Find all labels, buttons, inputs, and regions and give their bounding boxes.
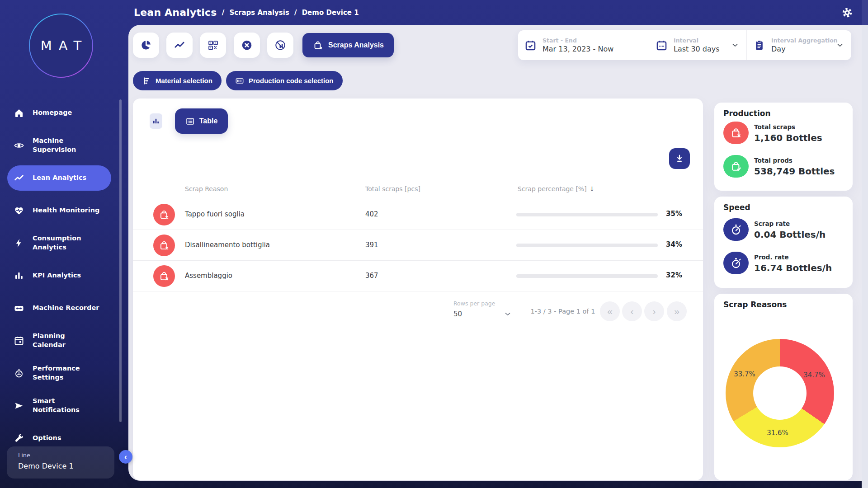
sidebar-item-planning-calendar[interactable]: Planning Calendar xyxy=(0,324,128,357)
next-page-button[interactable]: › xyxy=(644,301,664,321)
percentage-cell: 34% xyxy=(666,240,682,249)
sidebar-item-consumption-analytics[interactable]: Consumption Analytics xyxy=(0,227,128,259)
production-code-selection-button[interactable]: Production code selection xyxy=(226,71,343,90)
settings-gear-icon[interactable] xyxy=(841,6,854,19)
table-view-button[interactable]: Table xyxy=(175,108,228,134)
interval-aggregation-filter[interactable]: Interval Aggregation Day xyxy=(746,30,851,60)
scrap-bag-icon xyxy=(312,40,323,51)
mat-logo: MAT xyxy=(29,14,93,78)
stopwatch-icon xyxy=(723,218,749,241)
sidebar-scrollbar[interactable] xyxy=(119,99,122,422)
total-scraps-cell: 391 xyxy=(365,241,378,249)
sidebar-item-machine-recorder[interactable]: Machine Recorder xyxy=(0,292,128,324)
sidebar-item-label: Homepage xyxy=(33,108,72,117)
start-end-filter[interactable]: Start - End Mar 13, 2023 - Now xyxy=(518,30,649,60)
chevron-down-icon[interactable] xyxy=(836,41,844,49)
sidebar-item-label: Lean Analytics xyxy=(33,174,86,183)
calendar-icon xyxy=(656,39,668,52)
scrap-bag-icon xyxy=(723,122,749,144)
total-prods-label: Total prods xyxy=(754,157,793,164)
previous-page-button[interactable]: ‹ xyxy=(622,301,642,321)
wrench-icon xyxy=(14,433,24,444)
rows-per-page-select[interactable]: 50 xyxy=(453,310,462,318)
percentage-bar xyxy=(516,274,658,278)
chevron-down-icon[interactable] xyxy=(504,310,512,318)
start-end-label: Start - End xyxy=(542,37,613,44)
sidebar-item-kpi-analytics[interactable]: KPI Analytics xyxy=(0,259,128,292)
donut-hole xyxy=(753,366,807,420)
sidebar-item-smart-notifications[interactable]: Smart Notifications xyxy=(0,389,128,422)
scrap-bag-icon xyxy=(153,204,175,225)
download-button[interactable] xyxy=(669,148,690,169)
device-selector-value: Demo Device 1 xyxy=(18,462,114,470)
scrap-rate-value: 0.04 Bottles/h xyxy=(754,229,826,240)
sidebar-item-lean-analytics[interactable]: Lean Analytics xyxy=(7,165,111,191)
page-scrollbar[interactable] xyxy=(862,0,868,488)
donut-label-yellow: 31.6% xyxy=(767,429,788,437)
start-end-value: Mar 13, 2023 - Now xyxy=(542,45,613,53)
x-circle-icon xyxy=(241,39,253,51)
table-header-row: Scrap Reason Total scraps [pcs] Scrap pe… xyxy=(133,185,703,195)
column-header-total-scraps[interactable]: Total scraps [pcs] xyxy=(365,185,420,192)
last-page-button[interactable]: » xyxy=(667,301,687,321)
chevron-down-icon[interactable] xyxy=(731,41,739,49)
production-code-selection-label: Production code selection xyxy=(249,77,334,84)
total-scraps-value: 1,160 Bottles xyxy=(754,132,822,143)
scraps-analysis-label: Scraps Analysis xyxy=(328,41,384,49)
bar-chart-icon xyxy=(14,270,24,281)
view-no-data-button[interactable] xyxy=(267,33,293,58)
sidebar-collapse-button[interactable]: ‹ xyxy=(119,450,132,464)
view-trend-button[interactable] xyxy=(166,33,193,58)
total-scraps-cell: 402 xyxy=(365,210,378,218)
device-selector[interactable]: Line Demo Device 1 xyxy=(7,446,114,479)
sidebar: MAT Homepage Machine Supervision Lean An… xyxy=(0,0,128,488)
column-header-scrap-reason[interactable]: Scrap Reason xyxy=(185,185,228,192)
sidebar-item-label: Planning Calendar xyxy=(33,332,66,349)
download-icon xyxy=(674,153,685,164)
scrap-reasons-title: Scrap Reasons xyxy=(723,300,787,309)
sort-desc-icon: ↓ xyxy=(590,185,595,192)
percentage-cell: 35% xyxy=(666,210,682,218)
donut-label-red: 34.7% xyxy=(803,371,825,379)
first-page-button[interactable]: « xyxy=(600,301,620,321)
interval-aggregation-label: Interval Aggregation xyxy=(771,37,838,44)
sidebar-item-label: Consumption Analytics xyxy=(33,234,81,252)
table-row: Tappo fuori soglia 402 35% xyxy=(133,199,703,230)
breadcrumb-separator: / xyxy=(222,8,225,17)
production-title: Production xyxy=(723,109,771,118)
scrap-bag-icon xyxy=(153,235,175,256)
trend-line-icon xyxy=(174,39,185,51)
percentage-bar xyxy=(516,213,658,216)
device-selector-label: Line xyxy=(18,452,114,459)
barcode-icon xyxy=(235,76,244,85)
material-selection-button[interactable]: Material selection xyxy=(133,71,222,90)
mat-logo-text: MAT xyxy=(41,38,88,53)
speed-title: Speed xyxy=(723,203,750,212)
view-pie-chart-button[interactable] xyxy=(133,33,159,58)
donut-label-orange: 33.7% xyxy=(734,370,755,378)
sidebar-item-health-monitoring[interactable]: Health Monitoring xyxy=(0,194,128,227)
view-qr-code-button[interactable] xyxy=(200,33,226,58)
scraps-table-card: Table Scrap Reason Total scraps [pcs] Sc… xyxy=(133,99,703,480)
table-view-label: Table xyxy=(199,117,218,125)
prod-rate-value: 16.74 Bottles/h xyxy=(754,263,832,273)
interval-value: Last 30 days xyxy=(674,45,720,53)
chart-view-toggle-button[interactable] xyxy=(150,113,162,129)
scrap-bag-icon xyxy=(153,265,175,287)
column-header-scrap-percentage[interactable]: Scrap percentage [%]↓ xyxy=(518,185,594,192)
percentage-bar xyxy=(516,244,658,247)
scraps-analysis-tab[interactable]: Scraps Analysis xyxy=(302,33,394,57)
material-icon xyxy=(142,76,151,85)
home-icon xyxy=(14,108,24,118)
eye-icon xyxy=(14,140,24,151)
page-title: Lean Analytics xyxy=(134,7,217,18)
sidebar-item-performance-settings[interactable]: Performance Settings xyxy=(0,357,128,389)
sidebar-item-machine-supervision[interactable]: Machine Supervision xyxy=(0,129,128,162)
speed-card: Speed Scrap rate 0.04 Bottles/h Prod. ra… xyxy=(714,197,853,288)
sidebar-item-homepage[interactable]: Homepage xyxy=(0,97,128,129)
interval-label: Interval xyxy=(674,37,720,44)
breadcrumb-scraps-analysis: Scraps Analysis xyxy=(229,9,289,17)
view-cancel-button[interactable] xyxy=(234,33,260,58)
interval-filter[interactable]: Interval Last 30 days xyxy=(649,30,746,60)
scrap-reasons-card: Scrap Reasons 34.7% 31.6% 33.7% xyxy=(714,294,853,480)
